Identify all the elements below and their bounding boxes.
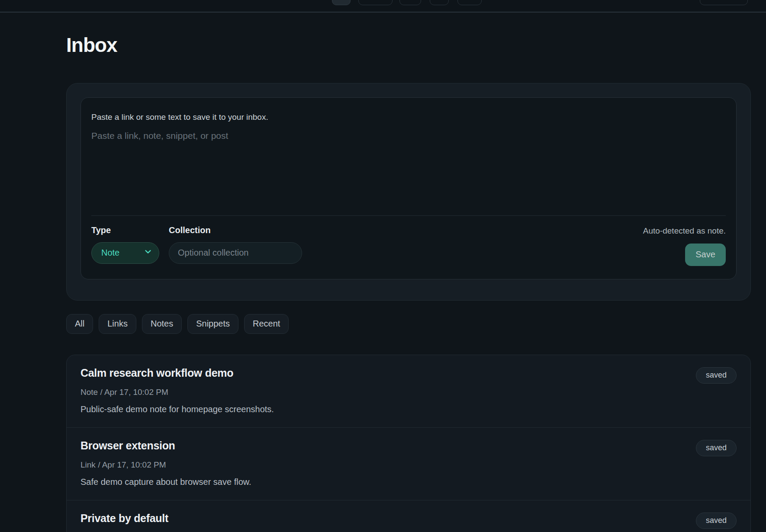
item-meta: Link / Apr 17, 10:02 PM	[80, 460, 696, 470]
status-badge: saved	[696, 513, 737, 529]
item-description: Safe demo capture about browser save flo…	[80, 477, 696, 487]
item-content: Browser extension Link / Apr 17, 10:02 P…	[80, 439, 696, 487]
item-content: Calm research workflow demo Note / Apr 1…	[80, 366, 696, 414]
item-title: Browser extension	[80, 439, 696, 452]
item-meta: Note / Apr 17, 10:02 PM	[80, 388, 696, 397]
composer-card: Paste a link or some text to save it to …	[66, 83, 751, 301]
chevron-down-icon	[144, 248, 152, 258]
page: Inbox Paste a link or some text to save …	[0, 0, 766, 532]
type-field: Type Note	[91, 225, 159, 264]
autodetect-status: Auto-detected as note.	[643, 225, 726, 236]
main-content: Inbox Paste a link or some text to save …	[66, 34, 751, 532]
page-title: Inbox	[66, 34, 751, 56]
save-button[interactable]: Save	[685, 244, 726, 266]
type-select-value: Note	[101, 248, 119, 258]
composer-divider	[91, 215, 726, 216]
composer-controls: Type Note Collection	[91, 225, 726, 266]
filter-recent[interactable]: Recent	[244, 314, 289, 334]
list-item[interactable]: Calm research workflow demo Note / Apr 1…	[67, 355, 750, 427]
filter-links[interactable]: Links	[99, 314, 136, 334]
filter-snippets[interactable]: Snippets	[187, 314, 238, 334]
save-area: Auto-detected as note. Save	[643, 225, 726, 266]
inbox-list: Calm research workflow demo Note / Apr 1…	[66, 355, 751, 532]
list-item[interactable]: Private by default saved	[67, 500, 750, 532]
filter-bar: All Links Notes Snippets Recent	[66, 314, 751, 334]
nav-pill[interactable]	[332, 0, 351, 5]
nav-pill[interactable]	[457, 0, 482, 5]
collection-field: Collection	[169, 225, 302, 264]
composer-panel: Paste a link or some text to save it to …	[80, 97, 737, 279]
collection-input[interactable]	[169, 242, 302, 264]
nav-pill[interactable]	[430, 0, 449, 5]
type-label: Type	[91, 225, 159, 235]
collection-label: Collection	[169, 225, 302, 235]
filter-all[interactable]: All	[66, 314, 93, 334]
item-content: Private by default	[80, 512, 696, 525]
item-title: Calm research workflow demo	[80, 366, 696, 379]
top-nav	[0, 0, 766, 13]
list-item[interactable]: Browser extension Link / Apr 17, 10:02 P…	[67, 427, 750, 500]
nav-pill[interactable]	[358, 0, 393, 5]
nav-pill[interactable]	[399, 0, 421, 5]
item-description: Public-safe demo note for homepage scree…	[80, 404, 696, 414]
nav-pill[interactable]	[700, 0, 748, 5]
status-badge: saved	[696, 367, 737, 384]
status-badge: saved	[696, 440, 737, 456]
composer-label: Paste a link or some text to save it to …	[91, 109, 726, 122]
composer-input[interactable]	[91, 131, 726, 213]
item-title: Private by default	[80, 512, 696, 525]
type-select[interactable]: Note	[91, 242, 159, 264]
filter-notes[interactable]: Notes	[142, 314, 182, 334]
